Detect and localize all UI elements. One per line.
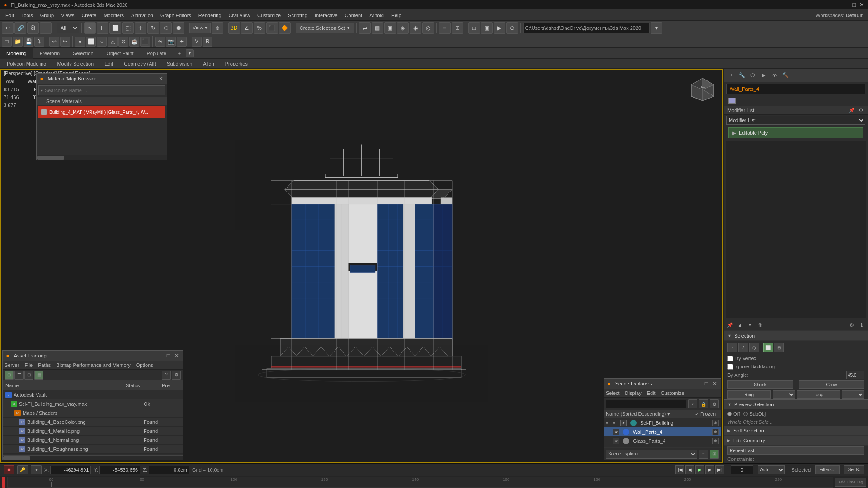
prev-btn[interactable]: ◀	[685, 465, 694, 474]
menu-interactive[interactable]: Interactive	[311, 12, 341, 19]
subtab-align[interactable]: Align	[198, 60, 219, 68]
tb2-save-btn[interactable]: 💾	[24, 37, 33, 47]
menu-create[interactable]: Create	[78, 12, 100, 19]
scene-explorer-minimize[interactable]: ─	[696, 380, 700, 387]
layer-mgr-btn[interactable]: ≡	[439, 22, 451, 34]
ring-dropdown[interactable]: —	[773, 390, 795, 399]
loop-dropdown[interactable]: —	[842, 390, 864, 399]
sel-vertex-btn[interactable]: ·	[727, 343, 737, 352]
normal-align-btn[interactable]: ◈	[397, 22, 409, 34]
tb2-open-btn[interactable]: 📁	[13, 37, 23, 47]
soft-selection-header[interactable]: ▶ Soft Selection	[724, 426, 868, 436]
preview-off-radio[interactable]: Off	[727, 411, 740, 417]
subtab-polygon-modeling[interactable]: Polygon Modeling	[2, 60, 51, 68]
subtab-modify-selection[interactable]: Modify Selection	[52, 60, 99, 68]
asset-tb-settings-btn[interactable]: ⚙	[172, 371, 181, 380]
asset-row-metallic[interactable]: P Building_4_Metallic.png Found	[3, 427, 183, 436]
align-camera-btn[interactable]: ◎	[422, 22, 434, 34]
se-filter-btn[interactable]: ▾	[688, 399, 697, 408]
unlink-btn[interactable]: ⛓	[27, 22, 39, 34]
object-name-input[interactable]: Wall_Parts_4	[726, 84, 865, 94]
ring-btn[interactable]: Ring	[727, 390, 771, 399]
se-menu-edit[interactable]: Edit	[647, 390, 656, 396]
tab-freeform[interactable]: Freeform	[33, 48, 67, 59]
subtab-properties[interactable]: Properties	[220, 60, 253, 68]
mod-info-btn[interactable]: ℹ	[857, 320, 866, 329]
tb2-undo-btn[interactable]: ↩	[49, 37, 59, 47]
se-lock-btn[interactable]: 🔒	[699, 399, 708, 408]
mod-config-btn[interactable]: ⚙	[857, 107, 864, 114]
auto-key-btn[interactable]: ⏺	[4, 465, 14, 474]
minimize-btn[interactable]: ─	[844, 1, 849, 8]
tb2-helper-btn[interactable]: ✦	[177, 37, 187, 47]
scale-uniform-btn[interactable]: ⬡	[160, 22, 172, 34]
render-type-btn[interactable]: ⊙	[506, 22, 518, 34]
color-swatch[interactable]	[728, 98, 736, 104]
timeline-red-bar[interactable]	[2, 477, 5, 488]
tb2-sphere-btn[interactable]: ●	[75, 37, 85, 47]
tab-modeling[interactable]: Modeling	[0, 48, 33, 59]
nav-cube[interactable]: User	[689, 76, 716, 103]
menu-help[interactable]: Help	[387, 12, 405, 19]
percent-snap-btn[interactable]: %	[254, 22, 265, 34]
mat-item-building4[interactable]: Building_4_MAT ( VRayMtl ) [Glass_Parts_…	[38, 106, 165, 118]
anim-mode-dropdown[interactable]: Auto	[758, 465, 785, 474]
asset-row-maps[interactable]: M Maps / Shaders	[3, 408, 183, 418]
view-dropdown[interactable]: View ▾	[189, 23, 211, 33]
menu-scripting[interactable]: Scripting	[284, 12, 311, 19]
asset-menu-options[interactable]: Options	[136, 362, 153, 368]
tb2-teapot-btn[interactable]: ☕	[129, 37, 139, 47]
select-btn[interactable]: ↖	[84, 22, 96, 34]
tb2-mat-btn[interactable]: M	[192, 37, 202, 47]
fence-select-btn[interactable]: ⬚	[122, 22, 134, 34]
mat-search-input[interactable]	[45, 88, 163, 93]
scale-nonuniform-btn[interactable]: ⬢	[173, 22, 184, 34]
se-row-glassparts[interactable]: 👁 Glass_Parts_4 ✱	[604, 436, 721, 446]
asset-menu-bitmap-perf[interactable]: Bitmap Performance and Memory	[56, 362, 130, 368]
mat-browser-scrollbar[interactable]	[37, 155, 167, 160]
se-config-btn[interactable]: ⚙	[710, 399, 719, 408]
rp-modify-btn[interactable]: 🔧	[737, 71, 746, 80]
sel-poly-btn[interactable]: ⬜	[763, 343, 773, 352]
mod-move-up-btn[interactable]: ▲	[736, 320, 745, 329]
rp-create-btn[interactable]: ✦	[726, 71, 736, 80]
z-coord-input[interactable]	[149, 466, 189, 474]
asset-menu-file[interactable]: File	[24, 362, 33, 368]
mat-browser-close-btn[interactable]: ✕	[159, 75, 163, 82]
se-highlight-btn[interactable]: ⊞	[710, 450, 719, 459]
rp-display-btn[interactable]: 👁	[770, 71, 779, 80]
mat-scroll-thumb[interactable]	[37, 156, 64, 160]
asset-row-normal[interactable]: P Building_4_Normal.png Found	[3, 436, 183, 445]
asset-tb-icons-btn[interactable]: ⊟	[24, 371, 33, 380]
render-setup-btn[interactable]: □	[468, 22, 480, 34]
frame-counter[interactable]	[731, 465, 753, 474]
scene-explorer-close[interactable]: ✕	[712, 380, 717, 387]
maximize-btn[interactable]: □	[852, 1, 856, 8]
se-search-input[interactable]	[606, 400, 686, 408]
menu-modifiers[interactable]: Modifiers	[100, 12, 127, 19]
mod-pin-btn[interactable]: 📌	[848, 107, 855, 114]
rp-motion-btn[interactable]: ▶	[759, 71, 768, 80]
tab-populate[interactable]: Populate	[140, 48, 173, 59]
se-explorer-dropdown[interactable]: Scene Explorer	[606, 450, 697, 459]
mod-move-down-btn[interactable]: ▼	[745, 320, 755, 329]
prev-frame-btn[interactable]: |◀	[675, 465, 684, 474]
sel-edge-btn[interactable]: /	[738, 343, 748, 352]
se-row-wallparts[interactable]: 👁 Wall_Parts_4 ✱	[604, 427, 721, 436]
rp-hierarchy-btn[interactable]: ⬡	[748, 71, 757, 80]
grow-btn[interactable]: Grow	[799, 380, 864, 389]
menu-arnold[interactable]: Arnold	[366, 12, 387, 19]
asset-menu-server[interactable]: Server	[5, 362, 19, 368]
key-filter-btn[interactable]: ▾	[31, 465, 42, 474]
path-field[interactable]	[523, 23, 650, 33]
undo-btn[interactable]: ↩	[2, 22, 14, 34]
tb2-torus-btn[interactable]: ⊙	[118, 37, 128, 47]
asset-row-basecolor[interactable]: P Building_4_BaseColor.png Found	[3, 418, 183, 427]
asset-scroll-thumb-h[interactable]	[3, 456, 30, 460]
tb2-box-btn[interactable]: ⬜	[86, 37, 96, 47]
asset-tb-help-btn[interactable]: ?	[162, 371, 171, 380]
menu-animation[interactable]: Animation	[127, 12, 157, 19]
modifier-list-dropdown[interactable]: Modifier List	[726, 116, 865, 125]
align-view-btn[interactable]: ▣	[384, 22, 396, 34]
edit-geometry-header[interactable]: ▶ Edit Geometry	[724, 436, 868, 446]
